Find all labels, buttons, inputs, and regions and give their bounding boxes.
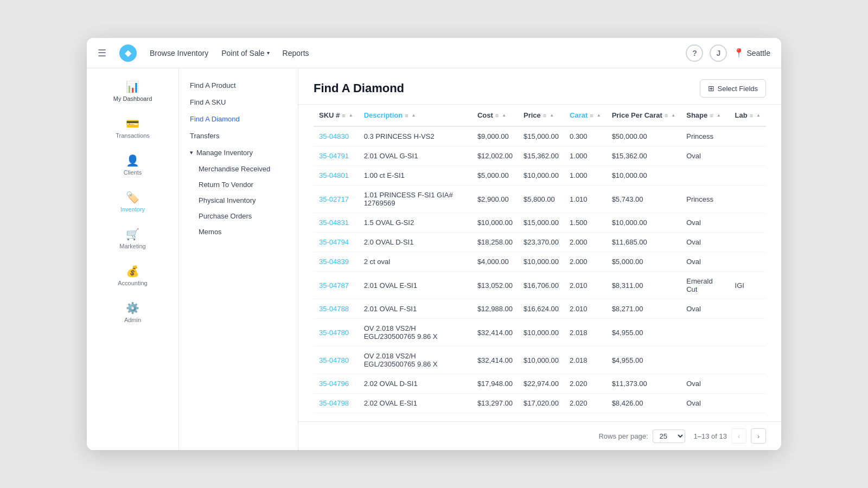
browse-inventory-link[interactable]: Browse Inventory: [150, 47, 208, 60]
price-per-carat-cell: $4,955.00: [607, 346, 681, 374]
nav-physical-inventory[interactable]: Physical Inventory: [179, 192, 298, 208]
sku-cell[interactable]: 35-04801: [314, 166, 359, 185]
table-row: 35-04798 2.02 OVAL E-SI1 $13,297.00 $17,…: [314, 394, 766, 413]
next-page-button[interactable]: ›: [751, 428, 766, 444]
nav-return-to-vendor[interactable]: Return To Vendor: [179, 177, 298, 192]
shape-cell: Oval: [681, 233, 729, 252]
filter-icon-price[interactable]: ≡: [543, 112, 546, 119]
price-cell: $16,624.00: [518, 299, 564, 319]
cost-cell: $10,000.00: [472, 213, 518, 233]
nav-manage-inventory[interactable]: ▾ Manage Inventory: [179, 144, 298, 161]
col-header-cost[interactable]: Cost ≡ ▲: [472, 105, 518, 126]
filter-icon-description[interactable]: ≡: [405, 112, 408, 119]
sku-cell[interactable]: 35-04798: [314, 394, 359, 413]
price-per-carat-cell: $10,000.00: [607, 213, 681, 233]
sidebar-item-label-admin: Admin: [124, 317, 141, 323]
point-of-sale-link[interactable]: Point of Sale ▾: [221, 47, 269, 60]
carat-cell: 2.018: [564, 319, 607, 346]
filter-icon-sku[interactable]: ≡: [342, 112, 345, 119]
table-row: 35-04788 2.01 OVAL F-SI1 $12,988.00 $16,…: [314, 299, 766, 319]
sku-cell[interactable]: 35-02717: [314, 185, 359, 213]
hamburger-button[interactable]: ☰: [98, 47, 106, 59]
col-header-price-per-carat[interactable]: Price Per Carat ≡ ▲: [607, 105, 681, 126]
shape-cell: [681, 346, 729, 374]
table-row: 35-04830 0.3 PRINCESS H-VS2 $9,000.00 $1…: [314, 126, 766, 146]
lab-cell: [730, 166, 766, 185]
sidebar-item-clients[interactable]: 👤 Clients: [91, 147, 174, 182]
sort-carat[interactable]: ▲: [597, 113, 601, 118]
cost-cell: $13,052.00: [472, 272, 518, 299]
sort-price[interactable]: ▲: [550, 113, 554, 118]
sort-shape[interactable]: ▲: [717, 113, 721, 118]
filter-icon-cost[interactable]: ≡: [495, 112, 499, 119]
table-row: 35-02717 1.01 PRINCESS F-SI1 GIA# 127695…: [314, 185, 766, 213]
sidebar-item-inventory[interactable]: 🏷️ Inventory: [91, 184, 174, 219]
sort-lab[interactable]: ▲: [756, 113, 761, 118]
sidebar-item-admin[interactable]: ⚙️ Admin: [91, 295, 174, 330]
nav-memos[interactable]: Memos: [179, 224, 298, 240]
sku-cell[interactable]: 35-04780: [314, 319, 359, 346]
nav-transfers[interactable]: Transfers: [179, 127, 298, 144]
sidebar-item-my-dashboard[interactable]: 📊 My Dashboard: [91, 74, 174, 108]
sort-sku[interactable]: ▲: [349, 113, 353, 118]
carat-cell: 2.010: [564, 272, 607, 299]
filter-icon-shape[interactable]: ≡: [710, 112, 713, 119]
reports-link[interactable]: Reports: [283, 47, 309, 60]
nav-purchase-orders[interactable]: Purchase Orders: [179, 208, 298, 224]
shape-cell: [681, 166, 729, 185]
location-badge[interactable]: 📍 Seattle: [733, 48, 770, 58]
sku-cell[interactable]: 35-04830: [314, 126, 359, 146]
sidebar-item-label-transactions: Transactions: [116, 132, 150, 139]
sku-cell[interactable]: 35-04831: [314, 213, 359, 233]
col-header-sku[interactable]: SKU # ≡ ▲: [314, 105, 359, 126]
lab-cell: [730, 233, 766, 252]
admin-icon: ⚙️: [126, 301, 139, 314]
col-header-shape[interactable]: Shape ≡ ▲: [681, 105, 729, 126]
sku-cell[interactable]: 35-04796: [314, 374, 359, 394]
cost-cell: $12,002.00: [472, 146, 518, 166]
shape-cell: Oval: [681, 213, 729, 233]
carat-cell: 2.018: [564, 346, 607, 374]
help-button[interactable]: ?: [686, 44, 703, 62]
sidebar-item-marketing[interactable]: 🛒 Marketing: [91, 221, 174, 256]
sku-cell[interactable]: 35-04788: [314, 299, 359, 319]
filter-icon-carat[interactable]: ≡: [590, 112, 593, 119]
cost-cell: $4,000.00: [472, 252, 518, 272]
price-cell: $5,800.00: [518, 185, 564, 213]
lab-cell: [730, 299, 766, 319]
sku-cell[interactable]: 35-04791: [314, 146, 359, 166]
nav-find-sku[interactable]: Find A SKU: [179, 94, 298, 111]
rows-per-page-select[interactable]: 25 50 100: [653, 429, 685, 443]
sort-description[interactable]: ▲: [412, 113, 416, 118]
col-header-price[interactable]: Price ≡ ▲: [518, 105, 564, 126]
user-avatar[interactable]: J: [710, 44, 727, 62]
price-per-carat-cell: $8,311.00: [607, 272, 681, 299]
lab-cell: [730, 319, 766, 346]
cost-cell: $13,297.00: [472, 394, 518, 413]
sku-cell[interactable]: 35-04839: [314, 252, 359, 272]
price-cell: $22,974.00: [518, 374, 564, 394]
filter-icon-lab[interactable]: ≡: [750, 112, 753, 119]
page-title: Find A Diamond: [314, 81, 404, 95]
sidebar-item-accounting[interactable]: 💰 Accounting: [91, 258, 174, 293]
sort-cost[interactable]: ▲: [502, 113, 506, 118]
price-cell: $15,000.00: [518, 126, 564, 146]
carat-cell: 0.300: [564, 126, 607, 146]
price-cell: $23,370.00: [518, 233, 564, 252]
dashboard-icon: 📊: [126, 80, 139, 93]
sort-ppc[interactable]: ▲: [671, 113, 675, 118]
sku-cell[interactable]: 35-04787: [314, 272, 359, 299]
nav-find-diamond[interactable]: Find A Diamond: [179, 111, 298, 127]
sku-cell[interactable]: 35-04794: [314, 233, 359, 252]
col-header-carat[interactable]: Carat ≡ ▲: [564, 105, 607, 126]
col-header-description[interactable]: Description ≡ ▲: [359, 105, 472, 126]
sku-cell[interactable]: 35-04780: [314, 346, 359, 374]
nav-find-product[interactable]: Find A Product: [179, 77, 298, 94]
select-fields-button[interactable]: ⊞ Select Fields: [700, 79, 766, 98]
col-header-lab[interactable]: Lab ≡ ▲: [730, 105, 766, 126]
filter-icon-ppc[interactable]: ≡: [665, 112, 668, 119]
prev-page-button[interactable]: ‹: [731, 428, 746, 444]
accounting-icon: 💰: [126, 265, 139, 278]
sidebar-item-transactions[interactable]: 💳 Transactions: [91, 111, 174, 145]
nav-merchandise-received[interactable]: Merchandise Received: [179, 161, 298, 177]
